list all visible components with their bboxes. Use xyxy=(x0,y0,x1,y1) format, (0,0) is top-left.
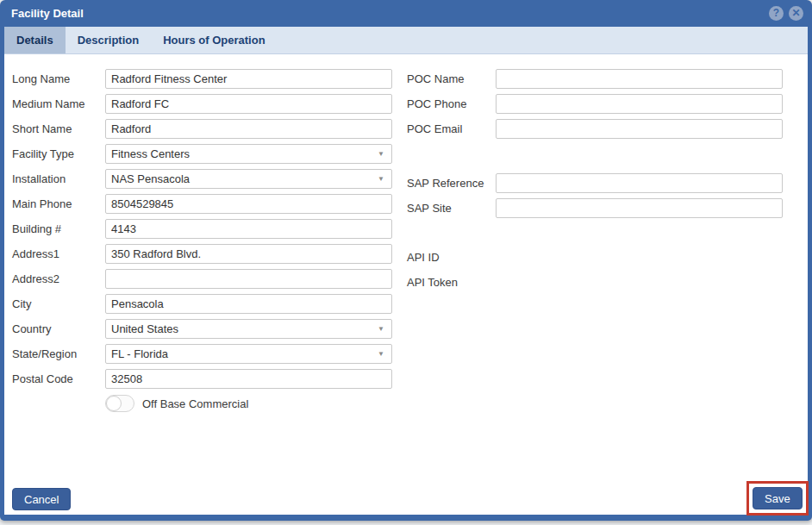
building-number-label: Building # xyxy=(12,222,105,235)
poc-phone-input[interactable] xyxy=(496,94,783,114)
form-content: Long NameMedium NameShort NameFacility T… xyxy=(4,54,808,515)
long-name-label: Long Name xyxy=(12,72,105,85)
postal-code-label: Postal Code xyxy=(12,372,105,385)
titlebar-icons: ? ✕ xyxy=(769,6,803,21)
poc-email-label: POC Email xyxy=(407,122,496,135)
api-id-label: API ID xyxy=(407,251,496,264)
state-region-row: State/RegionFL - Florida▼ xyxy=(12,344,392,364)
dialog-titlebar: Facility Detail ? ✕ xyxy=(0,0,812,27)
building-number-input[interactable] xyxy=(105,219,392,239)
toggle-knob-icon xyxy=(106,396,122,411)
postal-code-row: Postal Code xyxy=(12,369,392,389)
poc-name-row: POC Name xyxy=(407,69,783,89)
sap-reference-label: SAP Reference xyxy=(407,177,496,190)
facility-type-select[interactable]: Fitness Centers▼ xyxy=(105,144,392,164)
state-region-select[interactable]: FL - Florida▼ xyxy=(105,344,392,364)
address1-row: Address1 xyxy=(12,244,392,264)
poc-name-label: POC Name xyxy=(407,72,496,85)
building-number-row: Building # xyxy=(12,219,392,239)
short-name-label: Short Name xyxy=(12,122,105,135)
tab-hours-of-operation[interactable]: Hours of Operation xyxy=(151,27,277,53)
off-base-commercial-label: Off Base Commercial xyxy=(142,397,248,410)
state-region-value: FL - Florida xyxy=(111,347,378,360)
sap-site-label: SAP Site xyxy=(407,202,496,215)
poc-phone-label: POC Phone xyxy=(407,97,496,110)
dropdown-arrow-icon: ▼ xyxy=(378,175,384,183)
installation-row: InstallationNAS Pensacola▼ xyxy=(12,169,392,189)
country-value: United States xyxy=(111,322,378,335)
address1-input[interactable] xyxy=(105,244,392,264)
facility-type-label: Facility Type xyxy=(12,147,105,160)
address1-label: Address1 xyxy=(12,247,105,260)
medium-name-input[interactable] xyxy=(105,94,392,114)
api-token-label: API Token xyxy=(407,276,496,289)
country-label: Country xyxy=(12,322,105,335)
facility-type-row: Facility TypeFitness Centers▼ xyxy=(12,144,392,164)
api-id-row: API ID xyxy=(407,247,783,267)
installation-label: Installation xyxy=(12,172,105,185)
help-icon[interactable]: ? xyxy=(769,6,784,21)
state-region-label: State/Region xyxy=(12,347,105,360)
poc-email-input[interactable] xyxy=(496,119,783,139)
medium-name-label: Medium Name xyxy=(12,97,105,110)
country-select[interactable]: United States▼ xyxy=(105,319,392,339)
tab-details[interactable]: Details xyxy=(4,27,66,53)
api-token-row: API Token xyxy=(407,272,783,292)
form-left-column: Long NameMedium NameShort NameFacility T… xyxy=(12,69,392,413)
dropdown-arrow-icon: ▼ xyxy=(378,150,384,158)
sap-site-input[interactable] xyxy=(496,198,783,218)
dialog-title: Facility Detail xyxy=(11,7,769,20)
main-phone-label: Main Phone xyxy=(12,197,105,210)
off-base-commercial-row: Off Base Commercial xyxy=(105,394,392,413)
medium-name-row: Medium Name xyxy=(12,94,392,114)
facility-type-value: Fitness Centers xyxy=(111,147,378,160)
dropdown-arrow-icon: ▼ xyxy=(378,350,384,358)
poc-email-row: POC Email xyxy=(407,119,783,139)
short-name-row: Short Name xyxy=(12,119,392,139)
installation-value: NAS Pensacola xyxy=(111,172,378,185)
country-row: CountryUnited States▼ xyxy=(12,319,392,339)
installation-select[interactable]: NAS Pensacola▼ xyxy=(105,169,392,189)
dialog-body: DetailsDescriptionHours of Operation Lon… xyxy=(4,27,808,515)
sap-reference-row: SAP Reference xyxy=(407,173,783,193)
form-right-column: POC NamePOC PhonePOC EmailSAP ReferenceS… xyxy=(407,69,783,297)
city-row: City xyxy=(12,294,392,314)
sap-site-row: SAP Site xyxy=(407,198,783,218)
poc-name-input[interactable] xyxy=(496,69,783,89)
city-label: City xyxy=(12,297,105,310)
address2-input[interactable] xyxy=(105,269,392,289)
dropdown-arrow-icon: ▼ xyxy=(378,325,384,333)
city-input[interactable] xyxy=(105,294,392,314)
short-name-input[interactable] xyxy=(105,119,392,139)
address2-label: Address2 xyxy=(12,272,105,285)
postal-code-input[interactable] xyxy=(105,369,392,389)
off-base-commercial-toggle[interactable] xyxy=(105,395,134,412)
poc-phone-row: POC Phone xyxy=(407,94,783,114)
close-icon[interactable]: ✕ xyxy=(789,6,803,21)
main-phone-row: Main Phone xyxy=(12,194,392,214)
long-name-row: Long Name xyxy=(12,69,392,89)
sap-reference-input[interactable] xyxy=(496,173,783,193)
tab-bar: DetailsDescriptionHours of Operation xyxy=(4,27,808,54)
facility-detail-dialog: Facility Detail ? ✕ DetailsDescriptionHo… xyxy=(0,0,812,521)
save-button[interactable]: Save xyxy=(753,487,803,509)
long-name-input[interactable] xyxy=(105,69,392,89)
address2-row: Address2 xyxy=(12,269,392,289)
main-phone-input[interactable] xyxy=(105,194,392,214)
save-highlight-annotation: Save xyxy=(746,481,809,516)
tab-description[interactable]: Description xyxy=(66,27,152,53)
cancel-button[interactable]: Cancel xyxy=(12,488,71,510)
